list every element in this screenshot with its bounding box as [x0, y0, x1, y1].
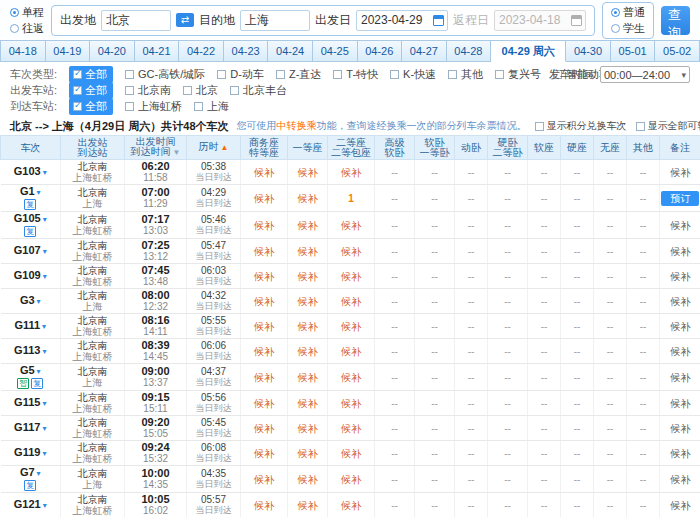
depart-time: 09:20 [125, 417, 186, 428]
chevron-down-icon[interactable]: ▾ [42, 399, 46, 408]
date-tab-04-26[interactable]: 04-26 [358, 40, 403, 62]
chevron-down-icon[interactable]: ▾ [37, 367, 41, 376]
chevron-down-icon[interactable]: ▾ [37, 188, 41, 197]
date-tab-04-21[interactable]: 04-21 [135, 40, 180, 62]
chevron-down-icon[interactable]: ▾ [43, 247, 47, 256]
seat-availability-cell: -- [528, 416, 561, 441]
date-tab-04-29[interactable]: 04-29 周六 [491, 40, 566, 62]
candidate-link[interactable]: 候补 [670, 448, 690, 459]
filter-option-GC-高铁/城际[interactable]: GC-高铁/城际 [125, 67, 205, 82]
seat-availability-cell: -- [455, 314, 488, 339]
filter-select-all[interactable]: 全部 [69, 66, 113, 83]
trip-roundtrip-radio[interactable]: 往返 [10, 21, 44, 36]
filter-option-D-动车[interactable]: D-动车 [217, 67, 264, 82]
train-number[interactable]: G119 [14, 446, 40, 458]
chevron-down-icon[interactable]: ▾ [42, 322, 46, 331]
date-tab-04-24[interactable]: 04-24 [268, 40, 313, 62]
chevron-down-icon[interactable]: ▾ [42, 347, 46, 356]
candidate-link[interactable]: 候补 [670, 296, 690, 307]
to-input[interactable] [240, 10, 310, 31]
train-number[interactable]: G109 [14, 269, 41, 281]
train-number[interactable]: G121 [14, 498, 41, 510]
filter-option-K-快速[interactable]: K-快速 [390, 67, 436, 82]
train-number[interactable]: G3 [20, 294, 35, 306]
date-tab-04-23[interactable]: 04-23 [224, 40, 269, 62]
date-tab-05-01[interactable]: 05-01 [611, 40, 656, 62]
train-number[interactable]: G5 [20, 364, 35, 376]
chevron-down-icon[interactable]: ▾ [42, 449, 46, 458]
arrive-day: 当日到达 [187, 326, 240, 337]
from-station: 北京南 [61, 161, 124, 172]
remark-cell: 候补 [660, 289, 700, 314]
filter-option-北京丰台[interactable]: 北京丰台 [230, 83, 287, 98]
date-tab-05-02[interactable]: 05-02 [655, 40, 700, 62]
train-number[interactable]: G117 [14, 421, 40, 433]
train-number[interactable]: G103 [14, 165, 41, 177]
date-tab-04-27[interactable]: 04-27 [402, 40, 447, 62]
chevron-down-icon[interactable]: ▾ [43, 272, 47, 281]
candidate-link[interactable]: 候补 [670, 346, 690, 357]
candidate-link[interactable]: 候补 [670, 220, 690, 231]
candidate-link[interactable]: 候补 [670, 398, 690, 409]
candidate-link[interactable]: 候补 [670, 246, 690, 257]
filter-select-all[interactable]: 全部 [69, 98, 113, 115]
candidate-link[interactable]: 候补 [670, 474, 690, 485]
candidate-link[interactable]: 候补 [670, 372, 690, 383]
train-number[interactable]: G1 [20, 185, 35, 197]
train-number[interactable]: G105 [14, 212, 41, 224]
date-tab-04-18[interactable]: 04-18 [0, 40, 46, 62]
filter-option-其他[interactable]: 其他 [448, 67, 483, 82]
passenger-student-radio[interactable]: 学生 [611, 21, 645, 36]
chevron-down-icon[interactable]: ▾ [37, 297, 41, 306]
from-input[interactable] [101, 10, 171, 31]
trip-oneway-radio[interactable]: 单程 [10, 5, 44, 20]
swap-stations-icon[interactable]: ⇄ [176, 13, 194, 27]
column-header[interactable]: 历时▲ [187, 136, 241, 160]
date-tab-04-28[interactable]: 04-28 [447, 40, 492, 62]
toggle-all-bookable[interactable]: 显示全部可转订车次 [636, 119, 700, 133]
candidate-link[interactable]: 候补 [670, 500, 690, 511]
train-number-cell: G117▾ [1, 416, 61, 441]
toggle-points-exchange[interactable]: 显示积分兑换车次 [535, 119, 627, 133]
chevron-down-icon[interactable]: ▾ [43, 501, 47, 510]
date-tab-04-20[interactable]: 04-20 [90, 40, 135, 62]
column-header[interactable]: 出发时间到达时间▼ [125, 136, 187, 160]
duration-cell: 05:55当日到达 [187, 314, 241, 339]
filter-option-北京南[interactable]: 北京南 [125, 83, 171, 98]
filter-option-Z-直达[interactable]: Z-直达 [276, 67, 321, 82]
chevron-down-icon[interactable]: ▾ [42, 424, 46, 433]
filter-option-T-特快[interactable]: T-特快 [333, 67, 378, 82]
chevron-down-icon[interactable]: ▾ [37, 469, 41, 478]
calendar-icon[interactable] [433, 15, 444, 26]
filter-option-复兴号[interactable]: 复兴号 [495, 67, 541, 82]
filter-select-all[interactable]: 全部 [69, 82, 113, 99]
candidate-link[interactable]: 候补 [670, 167, 690, 178]
transfer-tip-highlight[interactable]: 中转换乘 [277, 120, 317, 131]
seat-availability-cell: -- [375, 416, 415, 441]
seat-availability-cell: 候补 [328, 160, 375, 185]
chevron-down-icon[interactable]: ▾ [43, 215, 47, 224]
train-number[interactable]: G115 [14, 396, 40, 408]
date-tab-04-25[interactable]: 04-25 [313, 40, 358, 62]
train-number[interactable]: G107 [14, 244, 41, 256]
train-number[interactable]: G7 [20, 466, 35, 478]
depart-time-select[interactable]: 00:00—24:00 ▾ [600, 66, 690, 83]
candidate-link[interactable]: 候补 [670, 423, 690, 434]
date-tab-04-22[interactable]: 04-22 [179, 40, 224, 62]
candidate-link[interactable]: 候补 [670, 271, 690, 282]
train-number[interactable]: G113 [14, 344, 40, 356]
date-tab-04-30[interactable]: 04-30 [566, 40, 611, 62]
date-tab-04-19[interactable]: 04-19 [46, 40, 91, 62]
filter-option-上海虹桥[interactable]: 上海虹桥 [125, 99, 182, 114]
seat-availability-cell: -- [528, 391, 561, 416]
train-badges: 复 [1, 198, 61, 210]
filter-option-北京[interactable]: 北京 [183, 83, 218, 98]
query-button[interactable]: 查询 [661, 6, 690, 35]
passenger-normal-radio[interactable]: 普通 [611, 5, 645, 20]
train-number[interactable]: G111 [14, 319, 40, 331]
chevron-down-icon[interactable]: ▾ [43, 168, 47, 177]
book-button[interactable]: 预订 [661, 191, 699, 206]
filter-option-上海[interactable]: 上海 [194, 99, 229, 114]
candidate-link[interactable]: 候补 [670, 321, 690, 332]
seat-availability-cell: -- [375, 391, 415, 416]
